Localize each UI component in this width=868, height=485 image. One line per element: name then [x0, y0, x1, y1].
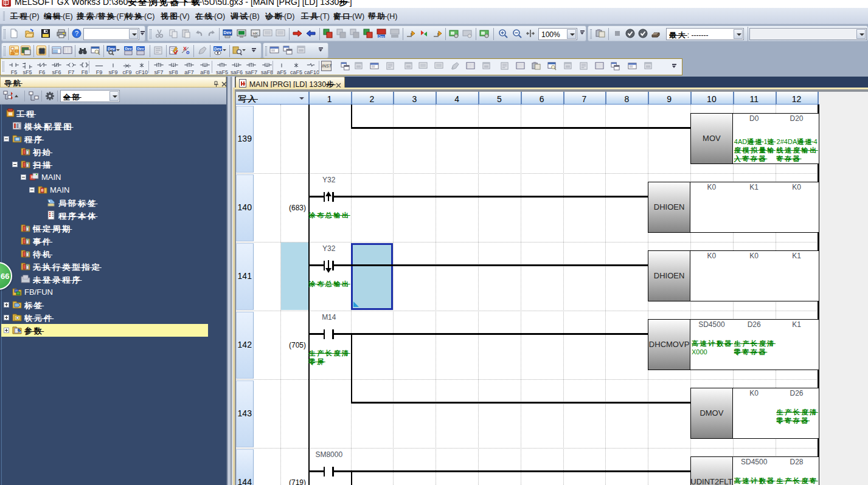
svg-text:Dev: Dev [137, 47, 144, 50]
svg-text:?: ? [75, 30, 78, 37]
svg-text:Dev: Dev [378, 35, 384, 38]
svg-text:HK: HK [253, 32, 258, 35]
svg-text:Dev: Dev [214, 47, 221, 51]
svg-text:Dev: Dev [125, 47, 132, 50]
svg-text:Dev: Dev [224, 30, 232, 35]
svg-text:o: o [186, 49, 190, 55]
